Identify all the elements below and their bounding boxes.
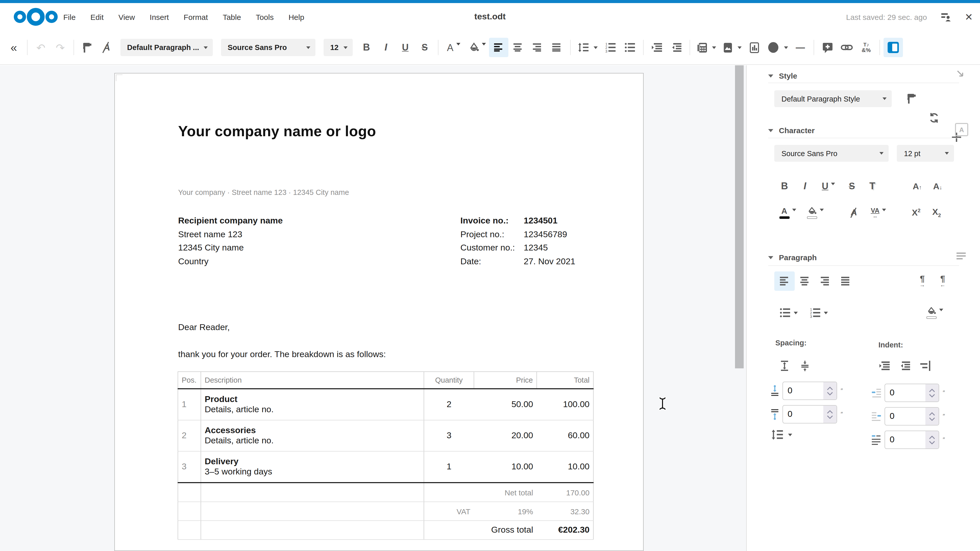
collapse-toolbar-button[interactable]: « bbox=[4, 38, 24, 57]
decrease-indent-button[interactable] bbox=[895, 356, 915, 375]
paint-roller-icon bbox=[82, 42, 93, 53]
italic-button[interactable]: I bbox=[376, 38, 396, 57]
paragraph-menu-icon[interactable] bbox=[956, 252, 966, 260]
sidebar-toggle-button[interactable] bbox=[883, 38, 903, 57]
update-style-roller-button[interactable] bbox=[901, 89, 922, 108]
document-canvas[interactable]: Your company name or logo Your company ·… bbox=[0, 65, 746, 551]
insert-comment-button[interactable] bbox=[818, 38, 837, 57]
spacing-below-input[interactable] bbox=[783, 405, 837, 424]
bold-button[interactable]: B bbox=[357, 38, 376, 57]
vat-row: VAT 19% 32.30 bbox=[178, 502, 593, 521]
line-spacing-select[interactable] bbox=[771, 429, 792, 441]
insert-image-button[interactable] bbox=[719, 38, 745, 57]
sidebar-font-name-select[interactable]: Source Sans Pro bbox=[774, 145, 889, 162]
paragraph-background-color-button[interactable] bbox=[920, 303, 949, 322]
menu-view[interactable]: View bbox=[118, 13, 135, 21]
spinner-buttons[interactable] bbox=[823, 406, 837, 423]
font-name-select[interactable]: Source Sans Pro bbox=[221, 39, 315, 56]
insert-table-button[interactable] bbox=[694, 38, 719, 57]
vertical-scrollbar[interactable] bbox=[735, 65, 744, 368]
clone-formatting-button[interactable] bbox=[78, 38, 97, 57]
indent-first-line-input[interactable] bbox=[885, 430, 939, 449]
clear-formatting-button[interactable]: A bbox=[97, 38, 116, 57]
menu-format[interactable]: Format bbox=[184, 13, 208, 21]
spinner-buttons[interactable] bbox=[823, 382, 837, 400]
align-left-button[interactable] bbox=[774, 272, 795, 291]
highlight-color-button[interactable] bbox=[466, 38, 489, 57]
menu-insert[interactable]: Insert bbox=[150, 13, 169, 21]
update-style-button[interactable] bbox=[924, 108, 944, 127]
align-justify-button[interactable] bbox=[547, 38, 566, 57]
insert-link-button[interactable] bbox=[837, 38, 856, 57]
highlight-color-button[interactable] bbox=[801, 203, 829, 222]
strikethrough-button[interactable]: S bbox=[842, 176, 862, 196]
unordered-list-button[interactable] bbox=[620, 38, 640, 57]
italic-button[interactable]: I bbox=[795, 176, 815, 196]
menu-file[interactable]: File bbox=[63, 13, 76, 21]
underline-button[interactable]: U bbox=[815, 176, 842, 196]
style-name-select[interactable]: Default Paragraph Style bbox=[774, 90, 892, 107]
style-expand-icon[interactable] bbox=[956, 69, 966, 79]
insert-shape-button[interactable] bbox=[764, 38, 791, 57]
clear-formatting-button[interactable]: A bbox=[844, 203, 864, 222]
menu-table[interactable]: Table bbox=[223, 13, 241, 21]
sidebar-font-size-select[interactable]: 12 pt bbox=[897, 145, 954, 162]
spinner-buttons[interactable] bbox=[925, 408, 939, 425]
indent-after-input[interactable] bbox=[885, 407, 939, 426]
increase-paragraph-spacing-button[interactable] bbox=[774, 356, 795, 375]
bold-button[interactable]: B bbox=[774, 176, 795, 196]
shrink-font-button[interactable]: A↓ bbox=[928, 176, 948, 196]
increase-indent-button[interactable] bbox=[874, 356, 895, 375]
increase-indent-button[interactable] bbox=[647, 38, 667, 57]
spinner-buttons[interactable] bbox=[925, 384, 939, 402]
spacing-indent-icons-row bbox=[774, 356, 935, 375]
collaborators-icon[interactable] bbox=[940, 11, 951, 22]
redo-button[interactable]: ↷ bbox=[51, 38, 70, 57]
ordered-list-button[interactable]: 1 2 3 bbox=[601, 38, 620, 57]
hanging-indent-button[interactable] bbox=[915, 356, 935, 375]
font-color-button[interactable]: A bbox=[442, 38, 466, 57]
close-icon[interactable]: ✕ bbox=[965, 11, 973, 23]
decrease-paragraph-spacing-button[interactable] bbox=[795, 356, 815, 375]
spacing-above-input[interactable] bbox=[783, 382, 837, 400]
chevron-down-icon bbox=[784, 46, 788, 49]
paragraph-section-header[interactable]: Paragraph bbox=[768, 253, 817, 262]
menu-edit[interactable]: Edit bbox=[90, 13, 103, 21]
text-boundary-corner bbox=[116, 75, 123, 81]
grow-font-button[interactable]: A↑ bbox=[907, 176, 928, 196]
paragraph-style-select[interactable]: Default Paragraph ... bbox=[121, 39, 213, 56]
subscript-button[interactable]: X2 bbox=[926, 203, 947, 222]
menu-tools[interactable]: Tools bbox=[256, 13, 274, 21]
underline-button[interactable]: U bbox=[396, 38, 415, 57]
insert-horizontal-line-button[interactable]: — bbox=[791, 38, 810, 57]
right-to-left-button[interactable]: ¶← bbox=[932, 272, 953, 291]
line-spacing-button[interactable] bbox=[574, 38, 601, 57]
shadow-button[interactable]: T bbox=[862, 176, 883, 196]
spinner-buttons[interactable] bbox=[925, 431, 939, 448]
character-dialog-icon[interactable]: A bbox=[955, 123, 968, 136]
ordered-list-button[interactable]: 1 2 3 bbox=[803, 303, 835, 322]
document-page[interactable]: Your company name or logo Your company ·… bbox=[115, 73, 644, 551]
left-to-right-button[interactable]: ¶→ bbox=[912, 272, 932, 291]
character-section-header[interactable]: Character bbox=[768, 126, 815, 135]
undo-button[interactable]: ↶ bbox=[31, 38, 51, 57]
align-right-button[interactable] bbox=[528, 38, 547, 57]
superscript-button[interactable]: X2 bbox=[906, 203, 926, 222]
decrease-indent-button[interactable] bbox=[667, 38, 686, 57]
unordered-list-button[interactable] bbox=[774, 303, 803, 322]
strikethrough-button[interactable]: S bbox=[415, 38, 434, 57]
align-left-button[interactable] bbox=[489, 38, 508, 57]
indent-before-input[interactable] bbox=[885, 384, 939, 402]
special-character-button[interactable]: T♪ &% bbox=[856, 38, 876, 57]
align-justify-button[interactable] bbox=[835, 272, 856, 291]
align-right-button[interactable] bbox=[815, 272, 835, 291]
character-spacing-button[interactable]: VA ↔ bbox=[864, 203, 893, 222]
align-center-button[interactable] bbox=[795, 272, 815, 291]
menu-help[interactable]: Help bbox=[288, 13, 304, 21]
insert-chart-button[interactable] bbox=[745, 38, 764, 57]
font-color-button[interactable]: A bbox=[774, 203, 801, 222]
style-section-header[interactable]: Style bbox=[768, 71, 797, 80]
font-size-select[interactable]: 12 bbox=[324, 39, 353, 56]
align-center-button[interactable] bbox=[508, 38, 528, 57]
nextcloud-logo[interactable] bbox=[10, 7, 61, 27]
